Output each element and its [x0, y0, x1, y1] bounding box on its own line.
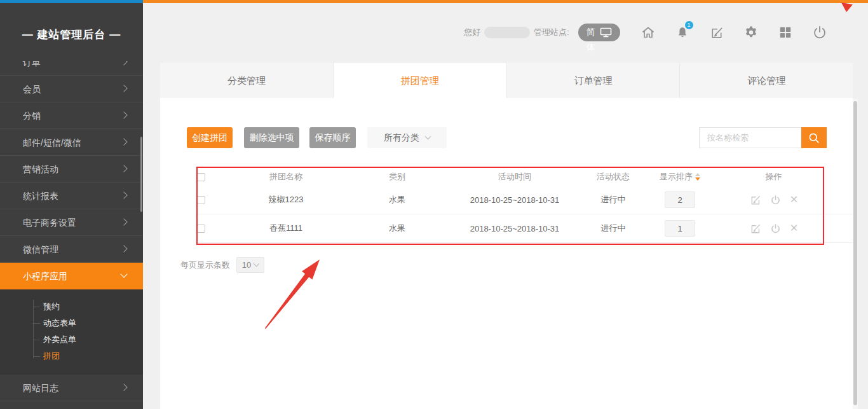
sidebar-item-distribution[interactable]: 分销: [0, 102, 143, 129]
page-size-select[interactable]: 10: [236, 257, 264, 273]
sidebar-item-ecommerce-settings[interactable]: 电子商务设置: [0, 209, 143, 236]
search-button[interactable]: [801, 127, 827, 148]
content-scrollbar-thumb[interactable]: [853, 101, 857, 405]
power-logout-icon[interactable]: [812, 25, 827, 40]
sidebar-item-marketing[interactable]: 营销活动: [0, 156, 143, 183]
sidebar-item-site-logs[interactable]: 网站日志: [0, 375, 143, 401]
home-icon[interactable]: [641, 25, 656, 40]
order-input[interactable]: [665, 220, 695, 237]
column-header-category: 类别: [349, 171, 445, 183]
greeting-text: 您好: [464, 27, 480, 38]
save-order-button[interactable]: 保存顺序: [309, 127, 356, 148]
sidebar-item-orders[interactable]: 订单: [0, 61, 143, 76]
category-filter-dropdown[interactable]: 所有分类: [367, 127, 447, 148]
cell-name: 辣椒1223: [222, 194, 349, 205]
cell-status: 进行中: [585, 194, 642, 205]
cell-category: 水果: [349, 194, 445, 205]
chevron-right-icon: [120, 85, 127, 92]
sidebar-item-members[interactable]: 会员: [0, 76, 143, 102]
category-filter-label: 所有分类: [384, 132, 419, 144]
app-title: — 建站管理后台 —: [0, 27, 143, 42]
chevron-right-icon: [120, 245, 127, 252]
delete-x-icon[interactable]: ✕: [790, 223, 798, 233]
chevron-right-icon: [120, 61, 127, 66]
apps-grid-icon[interactable]: [778, 25, 793, 40]
topbar-orange-strip: [143, 0, 868, 3]
page-size-label: 每页显示条数: [180, 260, 230, 271]
order-input[interactable]: [665, 191, 695, 208]
tab-bar: 分类管理 拼团管理 订单管理 评论管理: [160, 63, 853, 98]
chevron-down-icon: [120, 270, 127, 277]
disable-power-icon[interactable]: [770, 223, 781, 234]
chevron-right-icon: [120, 384, 127, 391]
sidebar-item-statistics[interactable]: 统计报表: [0, 183, 143, 209]
submenu-item-booking[interactable]: 预约: [0, 298, 143, 315]
column-header-order: 显示排序: [660, 171, 693, 183]
create-group-buy-button[interactable]: 创建拼团: [187, 127, 233, 148]
table-row: 辣椒1223 水果 2018-10-25~2018-10-31 进行中 ✕: [197, 186, 853, 214]
search-input[interactable]: [699, 127, 801, 148]
sidebar-menu: 订单 会员 分销 邮件/短信/微信 营销活动 统计报表 电子商务设置 微信管理 …: [0, 61, 143, 401]
sidebar-item-mail-sms-wechat[interactable]: 邮件/短信/微信: [0, 129, 143, 156]
row-checkbox[interactable]: [197, 196, 205, 204]
sort-asc-icon: [695, 173, 700, 176]
username-redacted: [484, 27, 530, 38]
tab-order-management[interactable]: 订单管理: [507, 63, 681, 98]
chevron-right-icon: [120, 165, 127, 172]
chevron-down-icon: [425, 134, 431, 140]
sidebar-submenu: 预约 动态表单 外卖点单 拼团: [0, 289, 143, 375]
edit-icon[interactable]: [709, 25, 724, 40]
sort-desc-icon: [695, 177, 700, 181]
sort-control[interactable]: [695, 173, 700, 181]
language-wrap-char: 体: [587, 42, 595, 53]
column-header-ops: 操作: [718, 171, 829, 183]
site-label: 管理站点:: [534, 27, 569, 38]
tab-group-buy-management[interactable]: 拼团管理: [334, 63, 507, 98]
sidebar-scrollbar[interactable]: [140, 137, 142, 212]
tab-comment-management[interactable]: 评论管理: [680, 63, 853, 98]
table-row: 香蕉1111 水果 2018-10-25~2018-10-31 进行中 ✕: [197, 214, 853, 243]
page-size-value: 10: [242, 260, 251, 270]
header-icons: 1: [641, 25, 827, 40]
header: 您好 管理站点: 简 体 1: [464, 18, 827, 47]
submenu-item-dynamic-form[interactable]: 动态表单: [0, 315, 143, 331]
sidebar-item-wechat-management[interactable]: 微信管理: [0, 236, 143, 263]
search-icon: [808, 132, 820, 144]
edit-icon[interactable]: [749, 194, 761, 206]
cell-status: 进行中: [585, 223, 642, 234]
group-buy-table: 拼团名称 类别 活动时间 活动状态 显示排序 操作 辣椒1223 水果 2018…: [197, 168, 853, 243]
settings-gear-icon[interactable]: [743, 25, 759, 40]
notification-badge: 1: [685, 21, 693, 29]
page-size-control: 每页显示条数 10: [180, 257, 264, 273]
language-toggle[interactable]: 简 体: [578, 24, 620, 41]
monitor-icon: [600, 27, 612, 38]
column-header-status: 活动状态: [585, 171, 642, 183]
cell-name: 香蕉1111: [222, 223, 349, 234]
content-scrollbar[interactable]: [853, 99, 858, 409]
column-header-name: 拼团名称: [222, 171, 349, 183]
language-char: 简: [587, 27, 595, 38]
sidebar: — 建站管理后台 — 订单 会员 分销 邮件/短信/微信 营销活动 统计报表 电…: [0, 3, 143, 409]
tab-category-management[interactable]: 分类管理: [160, 63, 334, 98]
edit-icon[interactable]: [749, 223, 761, 235]
chevron-right-icon: [120, 138, 127, 145]
sidebar-item-miniprogram-apps[interactable]: 小程序应用: [0, 263, 143, 289]
cell-category: 水果: [349, 223, 445, 234]
cell-time: 2018-10-25~2018-10-31: [445, 224, 585, 233]
disable-power-icon[interactable]: [770, 195, 781, 205]
red-cursor-marker: [840, 1, 854, 14]
delete-selected-button[interactable]: 删除选中项: [244, 127, 299, 148]
page: — 建站管理后台 — 订单 会员 分销 邮件/短信/微信 营销活动 统计报表 电…: [0, 0, 868, 409]
submenu-item-takeout[interactable]: 外卖点单: [0, 331, 143, 348]
table-header-row: 拼团名称 类别 活动时间 活动状态 显示排序 操作: [197, 168, 853, 186]
chevron-down-icon: [254, 261, 260, 267]
row-checkbox[interactable]: [197, 225, 205, 233]
select-all-checkbox[interactable]: [197, 173, 205, 181]
column-header-time: 活动时间: [445, 171, 585, 183]
chevron-right-icon: [120, 218, 127, 225]
delete-x-icon[interactable]: ✕: [790, 195, 798, 205]
chevron-right-icon: [120, 191, 127, 198]
submenu-item-group-buy[interactable]: 拼团: [0, 348, 143, 364]
notification-bell-icon[interactable]: 1: [675, 25, 690, 40]
chevron-right-icon: [120, 111, 127, 118]
